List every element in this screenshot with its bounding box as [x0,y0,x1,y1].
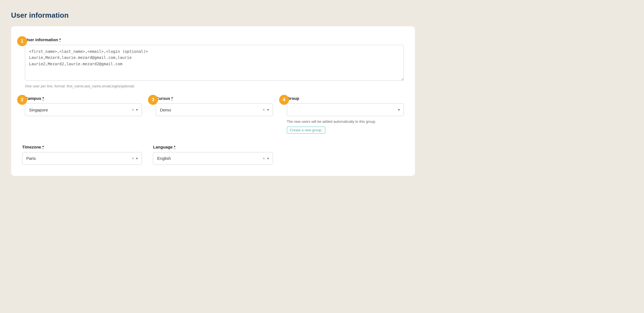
cursus-dropdown-icon[interactable]: ▾ [267,108,269,112]
cursus-clear-icon[interactable]: × [263,108,265,112]
user-info-section: 1 User information * One user per line, … [22,37,404,88]
group-field-group: 4 Group ▾ The new users will be added au… [284,96,404,134]
language-value: English [157,156,263,161]
group-dropdown-icon[interactable]: ▾ [398,108,400,112]
group-hint-text: The new users will be added automaticall… [287,119,404,124]
cursus-label: Cursus * [156,96,273,101]
campus-required: * [42,96,44,101]
cursus-select[interactable]: Demo × ▾ [156,103,273,116]
fields-row-top: 2 Campus * Singapore × ▾ 3 Cursus * Demo [22,96,404,134]
language-dropdown-icon[interactable]: ▾ [267,156,269,160]
campus-value: Singapore [29,108,132,112]
cursus-value: Demo [160,108,263,112]
page-title: User information [11,11,633,20]
step-badge-2: 2 [17,95,27,105]
campus-field-group: 2 Campus * Singapore × ▾ [22,96,142,134]
timezone-clear-icon[interactable]: × [132,156,134,161]
group-label: Group [287,96,404,101]
user-info-label: User information * [25,37,404,42]
step-badge-4: 4 [279,95,289,105]
timezone-required: * [42,145,44,149]
create-group-link[interactable]: Create a new group. [287,127,326,134]
language-clear-icon[interactable]: × [263,156,265,161]
group-select[interactable]: ▾ [287,103,404,116]
main-card: 1 User information * One user per line, … [11,26,415,176]
timezone-label: Timezone * [22,145,142,149]
required-marker-1: * [59,37,61,42]
timezone-select[interactable]: Paris × ▾ [22,152,142,165]
step-badge-1: 1 [17,36,27,46]
language-required: * [174,145,175,149]
language-field-group: Language * English × ▾ [153,145,273,165]
cursus-field-group: 3 Cursus * Demo × ▾ [153,96,273,134]
timezone-value: Paris [26,156,132,161]
timezone-field-group: Timezone * Paris × ▾ [22,145,142,165]
campus-label: Campus * [25,96,142,101]
empty-col [284,145,404,165]
campus-clear-icon[interactable]: × [132,108,134,112]
language-label: Language * [153,145,273,149]
campus-select[interactable]: Singapore × ▾ [25,103,142,116]
user-info-hint: One user per line, format: first_name,la… [25,84,404,88]
fields-row-bottom: Timezone * Paris × ▾ Language * English … [22,145,404,165]
cursus-required: * [171,96,173,101]
timezone-dropdown-icon[interactable]: ▾ [136,156,138,160]
campus-dropdown-icon[interactable]: ▾ [136,108,138,112]
user-info-textarea[interactable] [25,45,404,81]
language-select[interactable]: English × ▾ [153,152,273,165]
